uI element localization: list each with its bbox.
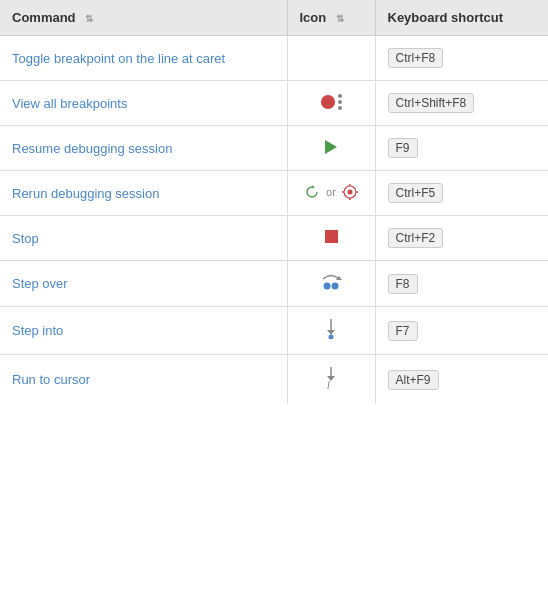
icon-cell <box>287 126 375 171</box>
icon-header-label: Icon <box>300 10 327 25</box>
shortcut-cell: Ctrl+F5 <box>375 171 548 216</box>
command-cell: Toggle breakpoint on the line at caret <box>0 36 287 81</box>
command-cell: Run to cursor <box>0 355 287 405</box>
command-cell: Stop <box>0 216 287 261</box>
table-row: StopCtrl+F2 <box>0 216 548 261</box>
table-row: Rerun debugging session or Ctrl+F5 <box>0 171 548 216</box>
step-into-icon <box>322 319 340 339</box>
svg-marker-11 <box>327 330 335 335</box>
run-cursor-icon: I <box>322 367 340 389</box>
svg-point-9 <box>332 283 339 290</box>
table-row: Resume debugging sessionF9 <box>0 126 548 171</box>
shortcut-cell: F8 <box>375 261 548 307</box>
shortcuts-table: Command ⇅ Icon ⇅ Keyboard shortcut Toggl… <box>0 0 548 404</box>
icon-header[interactable]: Icon ⇅ <box>287 0 375 36</box>
svg-point-2 <box>347 189 352 194</box>
table-row: Run to cursor I Alt+F9 <box>0 355 548 405</box>
icon-cell: I <box>287 355 375 405</box>
keyboard-shortcut-badge: F8 <box>388 274 418 294</box>
shortcut-cell: Ctrl+F2 <box>375 216 548 261</box>
keyboard-shortcut-badge: Ctrl+F8 <box>388 48 444 68</box>
play-icon <box>325 140 337 154</box>
rerun-icon: or <box>304 184 358 200</box>
icon-cell <box>287 216 375 261</box>
stop-icon <box>325 230 338 243</box>
shortcut-header-label: Keyboard shortcut <box>388 10 504 25</box>
command-cell: Resume debugging session <box>0 126 287 171</box>
table-row: Step over F8 <box>0 261 548 307</box>
icon-cell: or <box>287 171 375 216</box>
command-cell: Step into <box>0 307 287 355</box>
command-header-label: Command <box>12 10 76 25</box>
shortcut-cell: Ctrl+Shift+F8 <box>375 81 548 126</box>
table-row: View all breakpoints Ctrl+Shift+F8 <box>0 81 548 126</box>
svg-text:I: I <box>327 380 330 389</box>
keyboard-shortcut-badge: Alt+F9 <box>388 370 439 390</box>
icon-cell <box>287 261 375 307</box>
icon-cell <box>287 36 375 81</box>
table-row: Step into F7 <box>0 307 548 355</box>
table-header-row: Command ⇅ Icon ⇅ Keyboard shortcut <box>0 0 548 36</box>
keyboard-shortcut-badge: Ctrl+F5 <box>388 183 444 203</box>
keyboard-shortcut-badge: F9 <box>388 138 418 158</box>
icon-sort-icon[interactable]: ⇅ <box>336 13 344 24</box>
command-cell: Rerun debugging session <box>0 171 287 216</box>
breakpoint-icon <box>321 94 342 110</box>
command-cell: View all breakpoints <box>0 81 287 126</box>
svg-point-8 <box>324 283 331 290</box>
shortcut-cell: F9 <box>375 126 548 171</box>
shortcut-cell: Alt+F9 <box>375 355 548 405</box>
svg-point-12 <box>329 335 334 340</box>
icon-cell <box>287 307 375 355</box>
shortcut-cell: Ctrl+F8 <box>375 36 548 81</box>
keyboard-shortcut-badge: F7 <box>388 321 418 341</box>
keyboard-shortcut-badge: Ctrl+Shift+F8 <box>388 93 475 113</box>
icon-cell <box>287 81 375 126</box>
shortcut-header: Keyboard shortcut <box>375 0 548 36</box>
command-header[interactable]: Command ⇅ <box>0 0 287 36</box>
keyboard-shortcut-badge: Ctrl+F2 <box>388 228 444 248</box>
shortcut-cell: F7 <box>375 307 548 355</box>
command-cell: Step over <box>0 261 287 307</box>
svg-marker-0 <box>312 185 315 188</box>
command-sort-icon[interactable]: ⇅ <box>85 13 93 24</box>
step-over-icon <box>320 273 342 291</box>
table-row: Toggle breakpoint on the line at caretCt… <box>0 36 548 81</box>
